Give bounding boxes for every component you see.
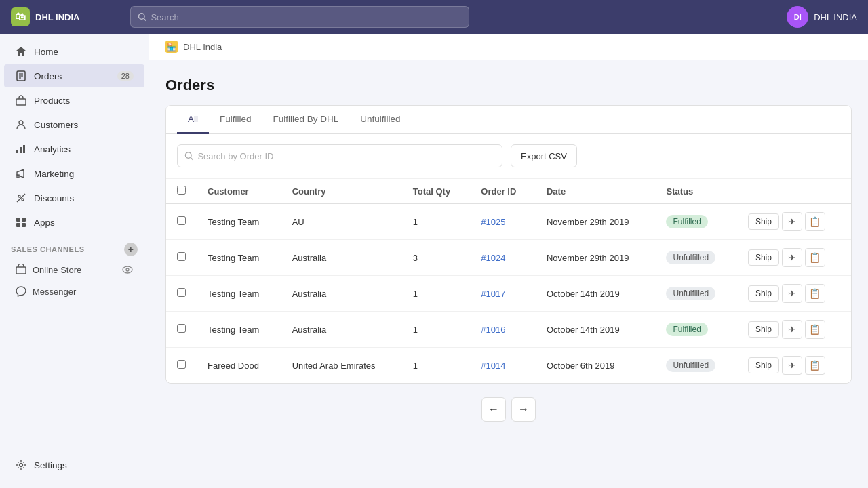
svg-rect-16 bbox=[22, 218, 26, 222]
order-search-input[interactable] bbox=[197, 151, 495, 161]
svg-line-14 bbox=[17, 194, 25, 202]
home-icon bbox=[15, 45, 27, 58]
sidebar-item-products[interactable]: Products bbox=[4, 89, 144, 112]
svg-point-20 bbox=[123, 266, 132, 273]
search-icon bbox=[138, 12, 146, 22]
sidebar-label-marketing: Marketing bbox=[34, 169, 74, 179]
svg-point-22 bbox=[20, 464, 23, 467]
add-channel-button[interactable]: + bbox=[124, 243, 138, 256]
row-actions: Ship ✈ 📋 bbox=[737, 312, 851, 348]
sales-channels-label: SALES CHANNELS + bbox=[0, 235, 149, 259]
orders-icon bbox=[15, 70, 27, 82]
ship-button[interactable]: Ship bbox=[748, 357, 779, 373]
avatar[interactable]: DI bbox=[787, 6, 808, 28]
sidebar-item-customers[interactable]: Customers bbox=[4, 113, 144, 136]
row-order-id[interactable]: #1016 bbox=[470, 312, 536, 348]
row-country: Australia bbox=[281, 240, 402, 276]
ship-button[interactable]: Ship bbox=[748, 321, 779, 338]
row-checkbox[interactable] bbox=[166, 204, 197, 240]
export-csv-button[interactable]: Export CSV bbox=[511, 144, 577, 167]
ship-button[interactable]: Ship bbox=[748, 214, 779, 230]
select-all-checkbox[interactable] bbox=[177, 186, 186, 195]
row-checkbox[interactable] bbox=[166, 348, 197, 384]
sidebar-item-orders[interactable]: Orders 28 bbox=[4, 64, 144, 87]
row-date: October 14th 2019 bbox=[536, 276, 656, 312]
row-order-id[interactable]: #1017 bbox=[470, 276, 536, 312]
row-qty: 1 bbox=[402, 312, 471, 348]
sidebar-item-online-store[interactable]: Online Store bbox=[4, 260, 144, 280]
row-customer: Testing Team bbox=[197, 312, 281, 348]
online-store-label: Online Store bbox=[33, 265, 81, 275]
sidebar-item-settings[interactable]: Settings bbox=[4, 453, 144, 476]
messenger-label: Messenger bbox=[33, 287, 76, 297]
settings-icon bbox=[15, 459, 27, 471]
order-search-wrap[interactable] bbox=[177, 144, 502, 167]
prev-page-button[interactable]: ← bbox=[481, 397, 506, 422]
row-country: United Arab Emirates bbox=[281, 348, 402, 384]
svg-point-12 bbox=[18, 195, 20, 197]
orders-badge: 28 bbox=[117, 71, 134, 81]
sidebar-item-analytics[interactable]: Analytics bbox=[4, 138, 144, 161]
settings-label: Settings bbox=[34, 460, 67, 470]
status-badge: Unfulfilled bbox=[666, 287, 715, 300]
plane-button[interactable]: ✈ bbox=[782, 212, 802, 231]
copy-button[interactable]: 📋 bbox=[805, 248, 825, 267]
row-checkbox[interactable] bbox=[166, 240, 197, 276]
search-input[interactable] bbox=[151, 12, 462, 22]
svg-rect-18 bbox=[22, 223, 26, 227]
row-date: November 29th 2019 bbox=[536, 204, 656, 240]
eye-icon[interactable] bbox=[121, 264, 134, 276]
row-actions: Ship ✈ 📋 bbox=[737, 204, 851, 240]
copy-button[interactable]: 📋 bbox=[805, 356, 825, 375]
tab-fulfilled[interactable]: Fulfilled bbox=[209, 106, 262, 134]
sidebar-item-home[interactable]: Home bbox=[4, 40, 144, 63]
sidebar-item-discounts[interactable]: Discounts bbox=[4, 186, 144, 209]
row-checkbox[interactable] bbox=[166, 312, 197, 348]
row-qty: 1 bbox=[402, 276, 471, 312]
row-country: Australia bbox=[281, 312, 402, 348]
header-checkbox[interactable] bbox=[166, 179, 197, 204]
plane-button[interactable]: ✈ bbox=[782, 320, 802, 339]
search-bar[interactable] bbox=[130, 6, 469, 28]
copy-button[interactable]: 📋 bbox=[805, 320, 825, 339]
products-icon bbox=[15, 94, 27, 106]
ship-button[interactable]: Ship bbox=[748, 249, 779, 266]
tab-fulfilled-dhl[interactable]: Fulfilled By DHL bbox=[262, 106, 350, 134]
brand-name: DHL INDIA bbox=[35, 12, 79, 22]
row-order-id[interactable]: #1024 bbox=[470, 240, 536, 276]
sidebar-item-apps[interactable]: Apps bbox=[4, 211, 144, 234]
sidebar-label-orders: Orders bbox=[34, 71, 62, 81]
tab-all[interactable]: All bbox=[177, 106, 209, 134]
sidebar: Home Orders 28 Products Customers bbox=[0, 34, 149, 488]
ship-button[interactable]: Ship bbox=[748, 285, 779, 302]
copy-button[interactable]: 📋 bbox=[805, 284, 825, 303]
next-page-button[interactable]: → bbox=[511, 397, 536, 422]
svg-point-7 bbox=[19, 121, 23, 125]
messenger-icon bbox=[15, 285, 27, 298]
orders-card: All Fulfilled Fulfilled By DHL Unfulfill… bbox=[165, 105, 852, 384]
sidebar-item-messenger[interactable]: Messenger bbox=[4, 281, 144, 302]
status-badge: Unfulfilled bbox=[666, 251, 715, 264]
sidebar-item-marketing[interactable]: Marketing bbox=[4, 162, 144, 185]
row-status: Unfulfilled bbox=[655, 240, 736, 276]
plane-button[interactable]: ✈ bbox=[782, 284, 802, 303]
row-order-id[interactable]: #1025 bbox=[470, 204, 536, 240]
svg-point-13 bbox=[22, 199, 24, 201]
plane-button[interactable]: ✈ bbox=[782, 248, 802, 267]
row-order-id[interactable]: #1014 bbox=[470, 348, 536, 384]
row-date: October 6th 2019 bbox=[536, 348, 656, 384]
row-customer: Fareed Dood bbox=[197, 348, 281, 384]
plane-button[interactable]: ✈ bbox=[782, 356, 802, 375]
row-qty: 1 bbox=[402, 348, 471, 384]
svg-line-24 bbox=[191, 157, 193, 159]
brand-logo[interactable]: 🛍 DHL INDIA bbox=[11, 7, 119, 26]
nav-right: DI DHL INDIA bbox=[787, 6, 857, 28]
row-checkbox[interactable] bbox=[166, 276, 197, 312]
svg-rect-10 bbox=[23, 145, 25, 153]
tab-unfulfilled[interactable]: Unfulfilled bbox=[349, 106, 411, 134]
orders-table: Customer Country Total Qty Order ID Date… bbox=[166, 179, 851, 383]
table-row: Testing Team Australia 1 #1016 October 1… bbox=[166, 312, 851, 348]
copy-button[interactable]: 📋 bbox=[805, 212, 825, 231]
user-name: DHL INDIA bbox=[814, 12, 857, 22]
sidebar-label-analytics: Analytics bbox=[34, 144, 71, 155]
